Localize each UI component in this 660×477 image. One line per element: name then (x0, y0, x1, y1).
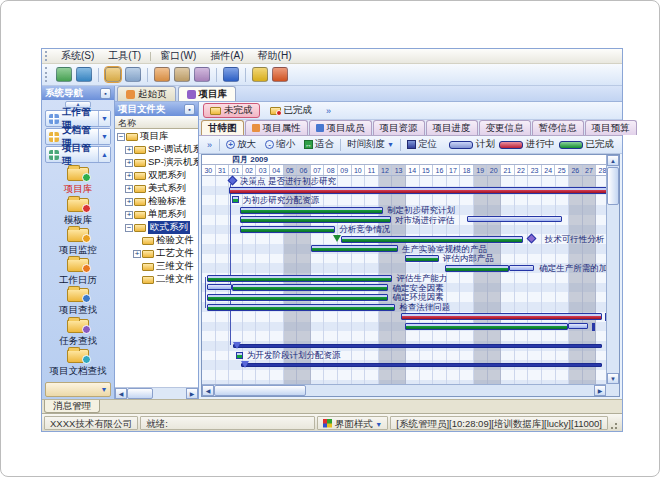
menu-item-3[interactable]: 窗口(W) (153, 49, 203, 63)
task-bar-plan[interactable] (509, 265, 533, 271)
scroll-up-icon[interactable]: ▲ (607, 155, 619, 166)
tree-item-SP-演示机系[interactable]: +SP-演示机系 (115, 156, 198, 169)
sidebar-item-项目监控[interactable]: 项目监控 (59, 228, 97, 257)
tree-column-header[interactable]: 名称 (115, 116, 198, 129)
stop-icon[interactable] (272, 67, 288, 82)
tree-item-双肥系列[interactable]: +双肥系列 (115, 169, 198, 182)
milestone-diamond-icon[interactable] (527, 234, 537, 244)
gantt-vertical-scrollbar[interactable]: ▲ ▼ (606, 155, 619, 384)
filter-已完成[interactable]: 已完成 (264, 103, 319, 118)
expand-icon[interactable]: + (125, 198, 133, 206)
scroll-right-icon[interactable]: ▶ (186, 388, 198, 399)
tab-项目资源[interactable]: 项目资源 (373, 120, 425, 135)
expand-icon[interactable]: + (125, 172, 133, 180)
task-bar-inprogress[interactable] (401, 313, 602, 320)
collapse-icon[interactable]: − (117, 133, 125, 141)
tree-item-二维文件[interactable]: 二维文件 (115, 273, 198, 286)
tree-item-工艺文件[interactable]: +工艺文件 (115, 247, 198, 260)
locate-button[interactable]: 定位 (404, 137, 440, 152)
zoom-out-button[interactable]: -缩小 (262, 137, 298, 152)
mail-icon[interactable] (154, 67, 170, 82)
monitor-icon[interactable] (56, 67, 72, 82)
bar-end-tick[interactable] (592, 323, 595, 331)
milestone-arrow-icon[interactable] (241, 361, 249, 368)
expand-icon[interactable]: + (125, 159, 133, 167)
tree-item-SP-调试机系[interactable]: +SP-调试机系 (115, 143, 198, 156)
pin-icon[interactable]: ▪ (100, 88, 111, 99)
sidebar-item-工作日历[interactable]: 工作日历 (59, 258, 97, 287)
task-bar[interactable] (445, 265, 509, 272)
filter-overflow-icon[interactable]: » (322, 106, 335, 116)
fit-button[interactable]: ↔适合 (301, 137, 337, 152)
chevron-down-icon[interactable]: ▼ (98, 129, 110, 144)
tab-项目预算[interactable]: 项目预算 (585, 120, 637, 135)
task-bar[interactable] (240, 216, 391, 223)
tab-起始页[interactable]: 起始页 (117, 86, 176, 101)
milestone-arrow-icon[interactable] (233, 342, 241, 349)
milestone-box-icon[interactable] (236, 352, 243, 359)
task-bar[interactable] (207, 294, 388, 301)
task-bar-plan[interactable] (467, 216, 562, 222)
expand-icon[interactable]: + (125, 211, 133, 219)
tab-message-management[interactable]: 消息管理 (44, 400, 100, 413)
tab-项目成员[interactable]: 项目成员 (309, 120, 372, 135)
milestone-box-icon[interactable] (232, 196, 239, 203)
tree-item-检验文件[interactable]: 检验文件 (115, 234, 198, 247)
tab-变更信息[interactable]: 变更信息 (479, 120, 531, 135)
tree-horizontal-scrollbar[interactable]: ◀ ▶ (115, 387, 198, 399)
globe-icon[interactable] (76, 67, 92, 82)
tab-暂停信息[interactable]: 暂停信息 (532, 120, 584, 135)
toolbar-overflow-icon[interactable]: » (203, 140, 216, 150)
tree-item-检验标准[interactable]: +检验标准 (115, 195, 198, 208)
task-bar-plan[interactable] (568, 323, 588, 329)
task-bar[interactable] (207, 275, 392, 282)
tree-item-三维文件[interactable]: 三维文件 (115, 260, 198, 273)
menu-item-1[interactable]: 系统(S) (54, 49, 101, 63)
sidebar-item-模板库[interactable]: 模板库 (64, 198, 93, 227)
milestone-arrow-icon[interactable] (333, 235, 341, 242)
scroll-left-icon[interactable]: ◀ (115, 388, 127, 399)
sidebar-item-项目文档查找[interactable]: 项目文档查找 (50, 349, 107, 378)
lock-icon[interactable] (252, 67, 268, 82)
summary-bar[interactable] (233, 344, 602, 348)
sidebar-item-项目库[interactable]: 项目库 (64, 167, 93, 196)
scroll-down-icon[interactable]: ▼ (607, 373, 619, 384)
menu-item-4[interactable]: 插件(A) (203, 49, 250, 63)
menu-item-2[interactable]: 工具(T) (101, 49, 148, 63)
task-bar[interactable] (232, 284, 388, 291)
ui-style-dropdown[interactable]: 界面样式 ▼ (317, 416, 389, 430)
resize-grip[interactable] (610, 416, 620, 430)
tree-item-单肥系列[interactable]: +单肥系列 (115, 208, 198, 221)
scroll-left-icon[interactable]: ◀ (202, 385, 214, 396)
tree-item-欧式系列[interactable]: −欧式系列 (115, 221, 198, 234)
collapse-icon[interactable]: − (125, 224, 133, 232)
expand-icon[interactable]: + (125, 146, 133, 154)
task-bar[interactable] (240, 207, 383, 214)
report-icon[interactable] (174, 67, 190, 82)
sidebar-item-任务查找[interactable]: 任务查找 (59, 319, 97, 348)
tab-甘特图[interactable]: 甘特图 (201, 120, 244, 135)
task-bar[interactable] (240, 226, 335, 233)
task-bar[interactable] (207, 304, 395, 311)
task-bar[interactable] (405, 255, 439, 262)
gantt-horizontal-scrollbar[interactable]: ◀ ▶ (202, 384, 606, 396)
tab-项目库[interactable]: 项目库 (178, 86, 237, 101)
menu-item-5[interactable]: 帮助(H) (251, 49, 299, 63)
task-bar-inprogress[interactable] (229, 187, 606, 194)
task-bar[interactable] (311, 245, 398, 252)
scroll-thumb[interactable] (214, 385, 306, 396)
summary-bar[interactable] (241, 363, 601, 367)
chart-icon[interactable] (194, 67, 210, 82)
zoom-in-button[interactable]: +放大 (223, 137, 259, 152)
task-bar[interactable] (341, 236, 523, 243)
help-icon[interactable] (223, 67, 239, 82)
scroll-right-icon[interactable]: ▶ (594, 385, 606, 396)
folder-closed-icon[interactable] (125, 67, 141, 82)
tab-项目属性[interactable]: 项目属性 (245, 120, 308, 135)
tree-item-项目库[interactable]: −项目库 (115, 130, 198, 143)
scroll-thumb[interactable] (607, 167, 619, 205)
pin-icon[interactable]: ▪ (184, 104, 195, 115)
task-bar-plan[interactable] (207, 284, 231, 290)
scroll-thumb[interactable] (127, 388, 153, 399)
folder-open-icon[interactable] (105, 67, 121, 82)
